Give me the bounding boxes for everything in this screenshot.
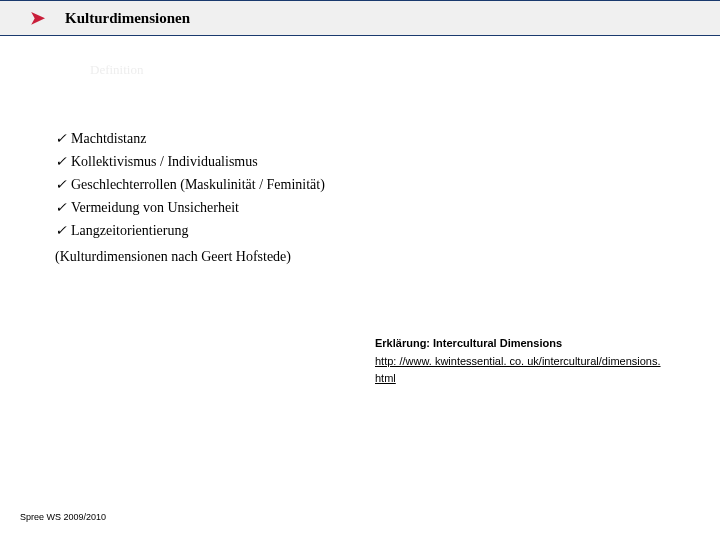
list-item: ✓ Vermeidung von Unsicherheit [55,199,325,216]
faded-label: Definition [90,62,143,78]
footer-text: Spree WS 2009/2010 [20,512,106,522]
link-url[interactable]: html [375,372,396,384]
source-citation: (Kulturdimensionen nach Geert Hofstede) [55,249,325,265]
check-icon: ✓ [55,199,67,216]
arrow-right-icon: ➤ [30,7,45,29]
list-item-text: Vermeidung von Unsicherheit [71,200,239,216]
list-item-text: Machtdistanz [71,131,146,147]
check-icon: ✓ [55,153,67,170]
check-icon: ✓ [55,176,67,193]
check-icon: ✓ [55,130,67,147]
list-item: ✓ Langzeitorientierung [55,222,325,239]
list-item-text: Langzeitorientierung [71,223,188,239]
list-item: ✓ Geschlechterrollen (Maskulinität / Fem… [55,176,325,193]
link-label: Erklärung: Intercultural Dimensions [375,335,690,353]
list-item: ✓ Machtdistanz [55,130,325,147]
content-list: ✓ Machtdistanz ✓ Kollektivismus / Indivi… [55,130,325,265]
list-item: ✓ Kollektivismus / Individualismus [55,153,325,170]
page-title: Kulturdimensionen [65,10,190,27]
link-url[interactable]: http: //www. kwintessential. co. uk/inte… [375,355,661,367]
check-icon: ✓ [55,222,67,239]
list-item-text: Geschlechterrollen (Maskulinität / Femin… [71,177,325,193]
header-bar: ➤ Kulturdimensionen [0,0,720,36]
link-block: Erklärung: Intercultural Dimensions http… [375,335,690,388]
list-item-text: Kollektivismus / Individualismus [71,154,258,170]
